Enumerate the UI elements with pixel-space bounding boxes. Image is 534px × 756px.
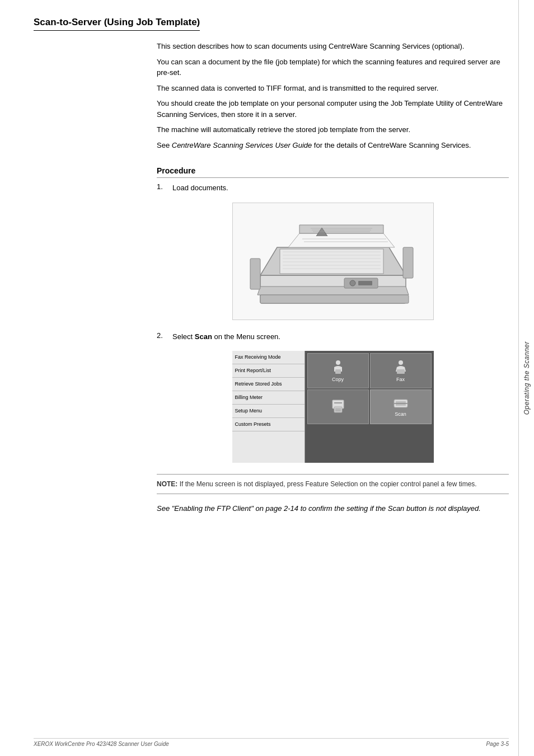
menu-item-setup: Setup Menu — [232, 405, 305, 418]
intro-left — [34, 41, 157, 155]
footer-left: XEROX WorkCentre Pro 423/428 Scanner Use… — [34, 741, 169, 747]
step-2-text: Select Scan on the Menu screen. — [172, 331, 280, 342]
intro-para-2: You can scan a document by the file (job… — [157, 57, 509, 78]
side-tab: Operating the Scanner — [518, 0, 534, 756]
menu-illustration: Fax Receiving Mode Print Report/List Ret… — [232, 351, 434, 463]
scan-icon — [392, 396, 409, 410]
menu-right-panel: Copy Fax — [305, 351, 434, 463]
side-tab-text: Operating the Scanner — [523, 341, 531, 415]
note-body: If the Menu screen is not displayed, pre… — [180, 480, 477, 488]
procedure-steps: 1. Load documents. — [157, 182, 509, 514]
intro-para-5: The machine will automatically retrieve … — [157, 124, 509, 135]
svg-rect-31 — [334, 402, 342, 403]
footer-right: Page 3-5 — [486, 741, 509, 747]
note-text: NOTE: If the Menu screen is not displaye… — [157, 479, 509, 489]
svg-rect-7 — [403, 247, 413, 278]
svg-point-25 — [399, 360, 403, 365]
step-1: 1. Load documents. — [157, 182, 509, 194]
svg-rect-24 — [335, 369, 341, 374]
copy-icon — [330, 359, 346, 375]
svg-marker-3 — [288, 233, 395, 247]
note-box: NOTE: If the Menu screen is not displaye… — [157, 474, 509, 494]
svg-rect-9 — [260, 295, 409, 303]
footer: XEROX WorkCentre Pro 423/428 Scanner Use… — [34, 738, 509, 747]
italic-note: See "Enabling the FTP Client" on page 2-… — [157, 503, 509, 514]
scanner-illustration — [232, 203, 434, 320]
svg-marker-6 — [299, 225, 383, 233]
svg-point-11 — [350, 280, 355, 286]
procedure-section: Procedure 1. Load documents. — [34, 166, 509, 514]
note-label: NOTE: — [157, 480, 177, 488]
step-2: 2. Select Scan on the Menu screen. — [157, 331, 509, 342]
copy-button[interactable]: Copy — [307, 353, 369, 388]
intro-para-3: The scanned data is converted to TIFF fo… — [157, 83, 509, 94]
menu-item-billing: Billing Meter — [232, 391, 305, 405]
svg-point-23 — [336, 360, 340, 365]
procedure-header: Procedure — [157, 166, 509, 178]
print-icon — [330, 398, 346, 414]
page-container: Operating the Scanner Scan-to-Server (Us… — [0, 0, 534, 756]
intro-para-6: See CentreWare Scanning Services User Gu… — [157, 140, 509, 151]
fax-button[interactable]: Fax — [370, 353, 432, 388]
fax-label: Fax — [396, 377, 405, 382]
page-title: Scan-to-Server (Using Job Template) — [34, 17, 200, 31]
svg-rect-26 — [397, 369, 405, 374]
menu-left-panel: Fax Receiving Mode Print Report/List Ret… — [232, 351, 305, 463]
print-button[interactable] — [307, 389, 369, 425]
step-1-text: Load documents. — [172, 182, 228, 194]
main-content: Scan-to-Server (Using Job Template) This… — [34, 17, 509, 514]
menu-item-print-report: Print Report/List — [232, 364, 305, 378]
scan-button[interactable]: Scan — [370, 389, 432, 425]
svg-rect-12 — [358, 281, 372, 285]
menu-item-custom: Custom Presets — [232, 418, 305, 431]
step-2-num: 2. — [157, 331, 168, 340]
scan-label: Scan — [395, 411, 406, 417]
step-1-num: 1. — [157, 182, 168, 191]
menu-item-retrieve-stored: Retrieve Stored Jobs — [232, 378, 305, 391]
svg-marker-8 — [257, 287, 409, 295]
menu-screen-wrapper: Fax Receiving Mode Print Report/List Ret… — [232, 351, 434, 463]
intro-right: This section describes how to scan docum… — [157, 41, 509, 155]
menu-item-fax-receiving: Fax Receiving Mode — [232, 351, 305, 364]
svg-rect-28 — [334, 407, 342, 412]
scanner-svg — [243, 208, 423, 314]
copy-label: Copy — [332, 377, 344, 382]
svg-rect-2 — [280, 249, 383, 274]
svg-rect-19 — [250, 259, 260, 289]
fax-icon — [392, 359, 409, 375]
intro-para-4: You should create the job template on yo… — [157, 98, 509, 120]
intro-para-1: This section describes how to scan docum… — [157, 41, 509, 52]
intro-section: This section describes how to scan docum… — [34, 41, 509, 155]
